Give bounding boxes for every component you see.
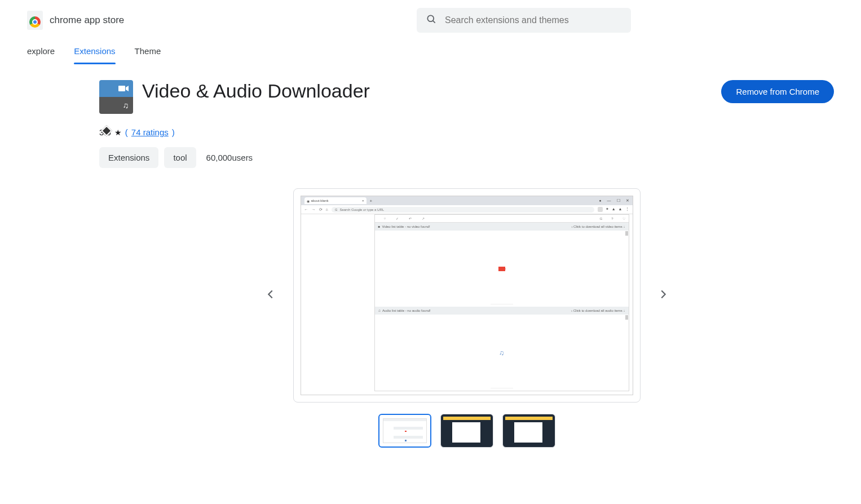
external-icon: ↗ [422, 216, 425, 220]
store-logo-title[interactable]: chrome app store [27, 11, 124, 30]
tab-extensions[interactable]: Extensions [74, 41, 115, 64]
check-icon: ✓ [396, 216, 399, 220]
screenshot-browser-mock: ◉ about:blank × + ● — ☐ ✕ ← → ⟳ [301, 196, 633, 395]
undo-icon: ↶ [409, 216, 412, 220]
tab-explore[interactable]: explore [27, 41, 55, 64]
mock-audio-left: Audio list table - no audio found! [382, 309, 431, 312]
svg-point-0 [427, 15, 434, 21]
tag-tool[interactable]: tool [164, 147, 196, 168]
video-camera-icon [498, 267, 505, 271]
puzzle-icon: ✦ [606, 207, 609, 212]
tag-extensions[interactable]: Extensions [99, 147, 158, 168]
music-note-icon: ♫ [378, 309, 381, 312]
extension-title: Video & Audio Downloader [142, 80, 370, 102]
music-note-icon: ♫ [99, 97, 133, 114]
ratings-link[interactable]: 74 ratings [131, 127, 169, 137]
download-icon: ↓ [624, 309, 625, 312]
star-icon: ★ [114, 128, 122, 137]
remove-from-chrome-button[interactable]: Remove from Chrome [721, 80, 834, 103]
store-title: chrome app store [50, 15, 124, 26]
carousel-prev-button[interactable] [259, 286, 282, 304]
chrome-logo-icon [27, 11, 43, 30]
extension-icon: ♫ [99, 80, 133, 114]
profile-icon: ▲ [619, 207, 622, 212]
minimize-icon: — [607, 198, 611, 203]
users-count: 60,000users [206, 153, 253, 162]
search-box[interactable] [417, 8, 631, 33]
music-note-icon: ♫ [499, 349, 504, 357]
mock-audio-right: Click to download all audio items [573, 309, 622, 312]
video-camera-icon [99, 80, 133, 97]
rating-row: 3.6 ★ (74 ratings) [99, 127, 834, 137]
ratings-close-paren: ) [172, 127, 175, 137]
bell-icon: ▲ [612, 207, 616, 212]
search-input[interactable] [445, 15, 622, 25]
reload-icon: ⟳ [319, 207, 323, 212]
search-icon: G [335, 208, 338, 211]
thumbnail-3[interactable] [502, 414, 555, 448]
video-icon: ■ [378, 225, 381, 228]
record-icon: ● [599, 198, 601, 203]
close-icon: × [362, 199, 364, 202]
forward-icon: → [312, 207, 316, 211]
svg-rect-2 [118, 86, 125, 91]
reload-icon: ○ [384, 216, 386, 220]
mock-tab-label: about:blank [311, 199, 329, 202]
tab-theme[interactable]: Theme [135, 41, 161, 64]
plus-icon: + [370, 198, 373, 204]
close-icon: ✕ [626, 198, 629, 203]
carousel-next-button[interactable] [652, 286, 674, 304]
letter-g-icon: G [599, 217, 602, 220]
carousel-main-slide: ◉ about:blank × + ● — ☐ ✕ ← → ⟳ [293, 188, 641, 403]
home-icon: ⌂ [326, 207, 328, 211]
extension-badge-icon [598, 207, 603, 212]
download-icon: ↓ [624, 225, 625, 228]
heart-icon: ♡ [622, 216, 625, 220]
chevron-right-icon: › [571, 309, 572, 312]
thumbnail-1[interactable] [378, 414, 431, 448]
mock-url-placeholder: Search Google or type a URL [339, 208, 384, 211]
search-icon [426, 14, 437, 27]
mock-video-right: Click to download all video items [573, 225, 622, 228]
chevron-right-icon: › [571, 225, 572, 228]
svg-line-1 [433, 21, 435, 23]
mock-browser-tab: ◉ about:blank × [304, 197, 367, 204]
mock-video-left: Video list table - no video found! [382, 225, 430, 228]
ratings-open-paren: ( [125, 127, 128, 137]
back-icon: ← [304, 207, 308, 211]
thumbnail-2[interactable] [440, 414, 493, 448]
globe-icon: ◉ [307, 199, 310, 203]
menu-dots-icon: ⋮ [625, 207, 629, 212]
help-icon: ? [611, 217, 613, 220]
maximize-icon: ☐ [617, 198, 620, 203]
